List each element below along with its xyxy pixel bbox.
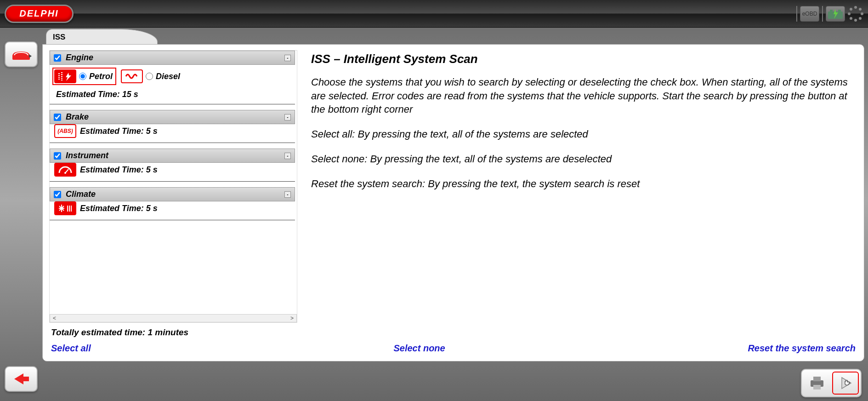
system-climate: Climate - Estimated Time: 5 s [50,187,295,220]
back-button[interactable] [5,366,38,392]
eobd-label: eOBD [802,11,817,17]
diesel-radio[interactable] [146,73,153,80]
info-paragraph: Reset the system search: By pressing the… [311,177,857,191]
system-brake: Brake - (ABS) Estimated Time: 5 s [50,110,295,143]
vehicle-button[interactable] [5,41,38,67]
start-scan-button[interactable] [832,372,859,395]
collapse-button[interactable]: - [284,55,291,61]
system-label: Climate [66,189,96,199]
collapse-button[interactable]: - [284,114,291,120]
scroll-right-icon[interactable]: > [288,315,296,321]
diesel-label: Diesel [156,72,180,81]
select-all-link[interactable]: Select all [51,343,91,354]
glowplug-icon [121,69,143,83]
battery-button[interactable] [826,6,845,22]
system-label: Brake [66,112,89,122]
collapse-button[interactable]: - [284,153,291,159]
brake-checkbox[interactable] [54,114,61,121]
svg-rect-1 [830,10,833,11]
svg-rect-11 [813,385,821,390]
print-button[interactable] [804,372,830,395]
estimated-time: Estimated Time: 15 s [50,90,295,104]
scroll-left-icon[interactable]: < [50,315,59,321]
select-none-link[interactable]: Select none [393,343,445,354]
info-panel: ISS – Intelligent System Scan Choose the… [311,50,857,323]
tab-iss[interactable]: ISS [46,29,158,44]
play-icon [836,375,855,391]
abs-icon: (ABS) [54,124,76,138]
svg-line-4 [65,169,68,173]
horizontal-scrollbar[interactable]: < > [50,314,297,322]
arrow-left-icon [10,371,33,387]
gauge-icon [54,163,76,177]
estimated-time: Estimated Time: 5 s [80,204,158,213]
printer-icon [808,375,826,391]
tab-label: ISS [53,33,65,41]
petrol-radio[interactable] [79,73,86,80]
climate-checkbox[interactable] [54,191,61,198]
climate-icon [54,201,76,215]
total-estimated-time: Totally estimated time: 1 minutes [49,323,857,340]
separator [822,6,823,22]
svg-rect-2 [838,10,841,11]
system-label: Engine [66,53,93,63]
eobd-button[interactable]: eOBD [800,6,819,22]
systems-list: Engine - [49,50,297,323]
loading-icon [848,6,863,22]
svg-rect-10 [813,377,821,381]
system-engine: Engine - [50,51,295,104]
brand-logo: DELPHI [5,5,74,23]
top-bar: DELPHI eOBD [0,0,868,28]
petrol-highlight: Petrol [52,68,116,85]
info-title: ISS – Intelligent System Scan [311,51,857,67]
spark-icon [54,69,76,83]
info-paragraph: Select all: By pressing the text, all of… [311,127,857,141]
collapse-button[interactable]: - [284,191,291,198]
reset-search-link[interactable]: Reset the system search [748,343,856,354]
engine-checkbox[interactable] [54,54,61,62]
left-rail [0,28,42,401]
info-paragraph: Choose the systems that you wish to sear… [311,75,857,116]
info-paragraph: Select none: By pressing the text, all o… [311,152,857,166]
estimated-time: Estimated Time: 5 s [80,126,158,136]
system-instrument: Instrument - Estimated Time: 5 s [50,149,295,182]
system-label: Instrument [66,151,108,160]
estimated-time: Estimated Time: 5 s [80,165,158,175]
battery-icon [826,7,845,21]
car-icon [10,46,33,63]
instrument-checkbox[interactable] [54,152,61,160]
petrol-label: Petrol [89,72,113,81]
separator [796,6,797,22]
